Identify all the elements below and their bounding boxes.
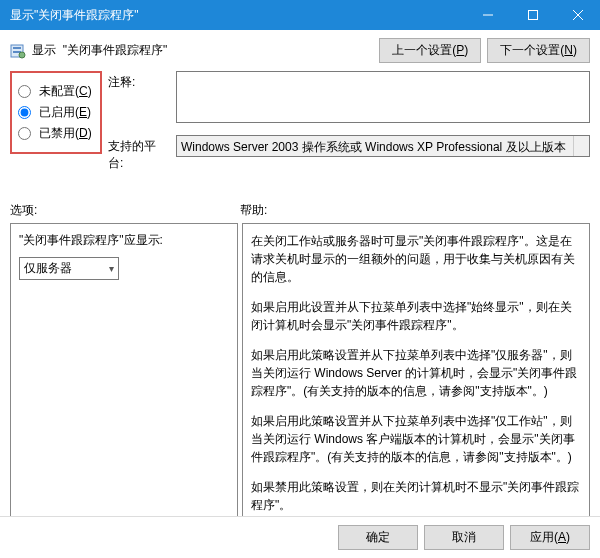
options-section-label: 选项: xyxy=(10,202,240,219)
maximize-button[interactable] xyxy=(510,0,555,30)
window-title: 显示"关闭事件跟踪程序" xyxy=(10,7,465,24)
svg-point-7 xyxy=(19,52,25,58)
radio-disabled-input[interactable] xyxy=(18,127,31,140)
cancel-button[interactable]: 取消 xyxy=(424,525,504,550)
next-setting-button[interactable]: 下一个设置(N) xyxy=(487,38,590,63)
radio-disabled[interactable]: 已禁用(D) xyxy=(16,125,92,142)
radio-enabled-input[interactable] xyxy=(18,106,31,119)
comment-label: 注释: xyxy=(108,71,168,91)
display-mode-value: 仅服务器 xyxy=(24,260,72,277)
minimize-button[interactable] xyxy=(465,0,510,30)
svg-rect-5 xyxy=(13,47,21,49)
options-pane: "关闭事件跟踪程序"应显示: 仅服务器 ▾ xyxy=(10,223,238,519)
help-section-label: 帮助: xyxy=(240,202,267,219)
header-row: 显示 "关闭事件跟踪程序" 上一个设置(P) 下一个设置(N) xyxy=(10,38,590,63)
policy-icon xyxy=(10,43,26,59)
comment-textarea[interactable] xyxy=(176,71,590,123)
close-button[interactable] xyxy=(555,0,600,30)
radio-not-configured-input[interactable] xyxy=(18,85,31,98)
radio-enabled[interactable]: 已启用(E) xyxy=(16,104,92,121)
platform-value: Windows Server 2003 操作系统或 Windows XP Pro… xyxy=(181,140,566,154)
titlebar: 显示"关闭事件跟踪程序" xyxy=(0,0,600,30)
prev-setting-button[interactable]: 上一个设置(P) xyxy=(379,38,481,63)
help-pane[interactable]: 在关闭工作站或服务器时可显示"关闭事件跟踪程序"。这是在请求关机时显示的一组额外… xyxy=(242,223,590,519)
help-paragraph: 在关闭工作站或服务器时可显示"关闭事件跟踪程序"。这是在请求关机时显示的一组额外… xyxy=(251,232,581,286)
apply-button[interactable]: 应用(A) xyxy=(510,525,590,550)
options-text: "关闭事件跟踪程序"应显示: xyxy=(19,232,229,249)
dialog-footer: 确定 取消 应用(A) xyxy=(0,516,600,558)
chevron-down-icon: ▾ xyxy=(109,263,114,274)
ok-button[interactable]: 确定 xyxy=(338,525,418,550)
state-radio-group: 未配置(C) 已启用(E) 已禁用(D) xyxy=(10,71,102,154)
scrollbar-stub[interactable] xyxy=(573,136,589,156)
help-paragraph: 如果启用此设置并从下拉菜单列表中选择"始终显示"，则在关闭计算机时会显示"关闭事… xyxy=(251,298,581,334)
svg-rect-1 xyxy=(528,11,537,20)
help-paragraph: 如果启用此策略设置并从下拉菜单列表中选择"仅工作站"，则当关闭运行 Window… xyxy=(251,412,581,466)
help-paragraph: 如果禁用此策略设置，则在关闭计算机时不显示"关闭事件跟踪程序"。 xyxy=(251,478,581,514)
help-paragraph: 如果启用此策略设置并从下拉菜单列表中选择"仅服务器"，则当关闭运行 Window… xyxy=(251,346,581,400)
platform-value-box: Windows Server 2003 操作系统或 Windows XP Pro… xyxy=(176,135,590,157)
platform-label: 支持的平台: xyxy=(108,135,168,172)
display-mode-select[interactable]: 仅服务器 ▾ xyxy=(19,257,119,280)
radio-not-configured[interactable]: 未配置(C) xyxy=(16,83,92,100)
policy-title: 显示 "关闭事件跟踪程序" xyxy=(32,42,167,59)
